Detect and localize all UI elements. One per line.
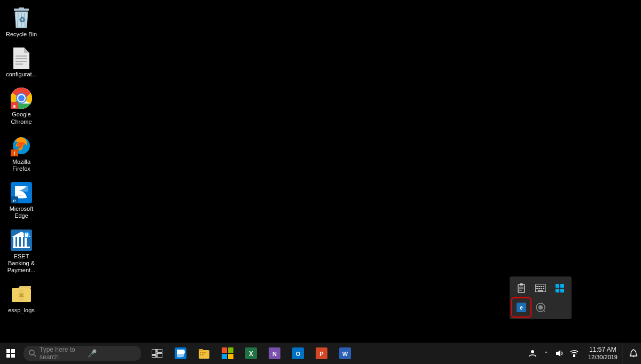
desktop-icon-eset[interactable]: ESET Banking & Payment...	[1, 226, 42, 278]
svg-text:O: O	[296, 351, 301, 357]
svg-rect-78	[222, 354, 227, 359]
svg-text:N: N	[272, 351, 277, 357]
desktop-icon-essp-logs[interactable]: essp_logs	[1, 280, 42, 317]
microphone-icon[interactable]: 🎤	[88, 349, 136, 358]
svg-rect-77	[228, 347, 233, 353]
edge-icon: e	[11, 182, 32, 203]
svg-rect-44	[536, 286, 538, 287]
svg-rect-92	[573, 354, 575, 357]
recycle-bin-icon: ♻	[11, 7, 32, 29]
volume-tray-icon[interactable]	[552, 343, 567, 364]
svg-point-90	[531, 350, 534, 353]
svg-line-3	[18, 13, 18, 27]
word-taskbar-icon: W	[339, 347, 351, 359]
people-tray-icon[interactable]	[525, 343, 540, 364]
svg-line-63	[34, 354, 36, 357]
taskbar-outlook[interactable]: O	[286, 343, 310, 364]
svg-rect-26	[25, 237, 27, 247]
tray-eset-icon[interactable]: e	[513, 299, 530, 316]
desktop-icon-area: ♻ Recycle Bin configurat.	[0, 0, 43, 325]
svg-text:♻: ♻	[19, 15, 26, 24]
windows-logo-icon	[6, 349, 15, 358]
taskbar-edge[interactable]	[169, 343, 192, 364]
svg-marker-91	[556, 350, 560, 357]
svg-rect-56	[560, 289, 564, 292]
svg-rect-55	[556, 289, 559, 292]
taskbar-clock[interactable]: 11:57 AM 12/30/2019	[584, 343, 622, 364]
tray-unknown-icon[interactable]	[532, 299, 549, 316]
svg-rect-45	[538, 286, 540, 287]
task-view-button[interactable]	[145, 343, 169, 364]
svg-rect-39	[520, 283, 523, 286]
svg-rect-54	[560, 284, 564, 288]
show-hidden-icons-button[interactable]: ⌃	[540, 343, 552, 364]
svg-rect-51	[543, 288, 544, 289]
taskbar-store[interactable]	[216, 343, 239, 364]
tray-windows-security-icon[interactable]	[551, 280, 568, 297]
svg-text:X: X	[249, 350, 253, 358]
svg-point-60	[538, 305, 543, 310]
desktop-icon-firefox[interactable]: f Mozilla Firefox	[1, 132, 42, 176]
firefox-icon: f	[11, 135, 32, 156]
svg-rect-67	[152, 355, 156, 358]
recycle-bin-label: Recycle Bin	[6, 31, 37, 38]
taskbar-excel[interactable]: X	[239, 343, 263, 364]
svg-rect-73	[204, 352, 206, 353]
tray-clipboard-icon[interactable]	[513, 280, 530, 297]
eset-label: ESET Banking & Payment...	[3, 253, 40, 274]
svg-rect-49	[538, 288, 540, 289]
taskbar-file-explorer[interactable]	[192, 343, 216, 364]
search-placeholder: Type here to search	[40, 346, 88, 361]
tray-empty-slot	[551, 299, 568, 316]
search-icon	[29, 350, 36, 357]
svg-rect-53	[556, 284, 559, 288]
svg-rect-46	[541, 286, 542, 287]
clock-time: 11:57 AM	[589, 346, 616, 353]
svg-rect-76	[222, 347, 227, 353]
taskbar-onenote[interactable]: N	[263, 343, 286, 364]
desktop-icon-config[interactable]: configurat...	[1, 44, 42, 81]
desktop-icon-recycle-bin[interactable]: ♻ Recycle Bin	[1, 4, 42, 41]
excel-taskbar-icon: X	[245, 347, 257, 359]
svg-rect-72	[202, 352, 204, 353]
firefox-label: Mozilla Firefox	[3, 159, 40, 172]
svg-rect-71	[200, 352, 201, 353]
tray-keyboard-icon[interactable]	[532, 280, 549, 297]
taskbar-word[interactable]: W	[333, 343, 357, 364]
eset-icon	[11, 230, 32, 251]
taskbar: Type here to search 🎤	[0, 343, 641, 364]
notification-center-button[interactable]	[626, 343, 641, 364]
show-desktop-button[interactable]	[622, 343, 626, 364]
svg-rect-23	[13, 237, 15, 247]
svg-point-13	[18, 95, 25, 101]
taskbar-pinned-apps: X N O P W	[145, 343, 357, 364]
chrome-label: Google Chrome	[3, 111, 40, 125]
taskbar-search-box[interactable]: Type here to search 🎤	[24, 346, 141, 361]
svg-text:e: e	[13, 104, 15, 109]
svg-text:W: W	[342, 351, 348, 357]
svg-rect-28	[13, 247, 30, 248]
svg-rect-64	[152, 349, 156, 354]
taskbar-tray: ⌃	[523, 343, 584, 364]
system-tray-popup: e	[510, 276, 572, 319]
taskbar-powerpoint[interactable]: P	[310, 343, 333, 364]
svg-rect-74	[200, 354, 201, 355]
svg-point-62	[29, 350, 34, 355]
svg-rect-1	[19, 7, 24, 9]
desktop: ♻ Recycle Bin configurat.	[0, 0, 641, 343]
svg-rect-25	[21, 237, 23, 247]
svg-rect-48	[536, 288, 538, 289]
start-button[interactable]	[0, 343, 21, 364]
essp-logs-icon	[11, 283, 32, 305]
svg-rect-66	[157, 353, 162, 358]
svg-text:e: e	[520, 305, 523, 311]
svg-rect-47	[543, 286, 544, 287]
svg-rect-24	[17, 237, 19, 247]
desktop-icon-chrome[interactable]: e Google Chrome	[1, 84, 42, 128]
clock-date: 12/30/2019	[588, 354, 617, 361]
svg-rect-52	[538, 290, 543, 291]
desktop-icon-edge[interactable]: e Microsoft Edge	[1, 179, 42, 223]
config-file-icon	[11, 48, 32, 69]
network-tray-icon[interactable]	[567, 343, 582, 364]
essp-logs-label: essp_logs	[8, 307, 35, 314]
